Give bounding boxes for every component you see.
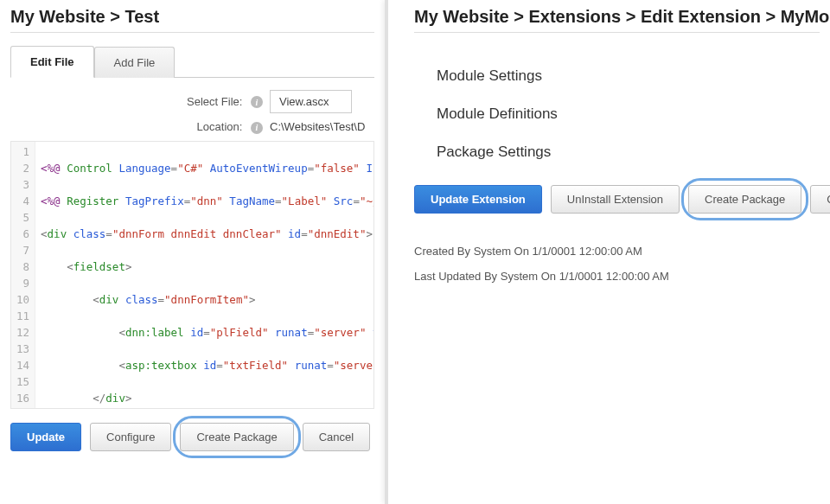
select-file-dropdown[interactable]: View.ascx	[270, 90, 352, 113]
info-icon[interactable]: i	[251, 122, 263, 134]
edit-extension-panel: My Website > Extensions > Edit Extension…	[385, 0, 830, 504]
tab-add-file[interactable]: Add File	[94, 47, 176, 78]
cancel-button[interactable]: Cancel	[810, 185, 830, 214]
divider	[414, 32, 820, 33]
select-file-label: Select File: i	[10, 95, 270, 109]
left-button-row: Update Configure Create Package Cancel	[10, 423, 374, 451]
location-label: Location: i	[10, 120, 270, 134]
info-icon[interactable]: i	[251, 96, 263, 108]
section-module-definitions[interactable]: Module Definitions	[437, 105, 820, 123]
cancel-button[interactable]: Cancel	[303, 423, 370, 451]
configure-button[interactable]: Configure	[90, 423, 171, 451]
edit-file-panel: My Website > Test Edit File Add File Sel…	[0, 0, 385, 504]
file-tabs: Edit File Add File	[10, 45, 374, 78]
code-content[interactable]: <%@ Control Language="C#" AutoEventWireu…	[35, 142, 374, 408]
section-module-settings[interactable]: Module Settings	[437, 67, 820, 85]
breadcrumb: My Website > Test	[10, 7, 374, 27]
select-file-row: Select File: i View.ascx	[10, 90, 374, 113]
right-button-row: Update Extension UnInstall Extension Cre…	[414, 185, 820, 214]
update-button[interactable]: Update	[10, 423, 81, 451]
created-by-text: Created By System On 1/1/0001 12:00:00 A…	[414, 245, 820, 258]
section-package-settings[interactable]: Package Settings	[437, 144, 820, 161]
update-extension-button[interactable]: Update Extension	[414, 185, 542, 214]
uninstall-extension-button[interactable]: UnInstall Extension	[551, 185, 680, 214]
breadcrumb: My Website > Extensions > Edit Extension…	[414, 7, 820, 27]
last-updated-text: Last Updated By System On 1/1/0001 12:00…	[414, 270, 820, 283]
create-package-button[interactable]: Create Package	[180, 423, 293, 451]
create-package-highlight: Create Package	[180, 423, 293, 451]
line-gutter: 1 2 3 4 5 6 7 8 9 10 11 12 13 14 15 16	[11, 142, 35, 408]
code-editor[interactable]: 1 2 3 4 5 6 7 8 9 10 11 12 13 14 15 16 <…	[10, 141, 374, 409]
create-package-highlight: Create Package	[688, 185, 801, 214]
location-value: C:\Websites\Test\D	[270, 120, 365, 133]
location-row: Location: i C:\Websites\Test\D	[10, 120, 374, 134]
tab-edit-file[interactable]: Edit File	[10, 46, 94, 78]
divider	[10, 32, 374, 33]
create-package-button[interactable]: Create Package	[688, 185, 801, 214]
